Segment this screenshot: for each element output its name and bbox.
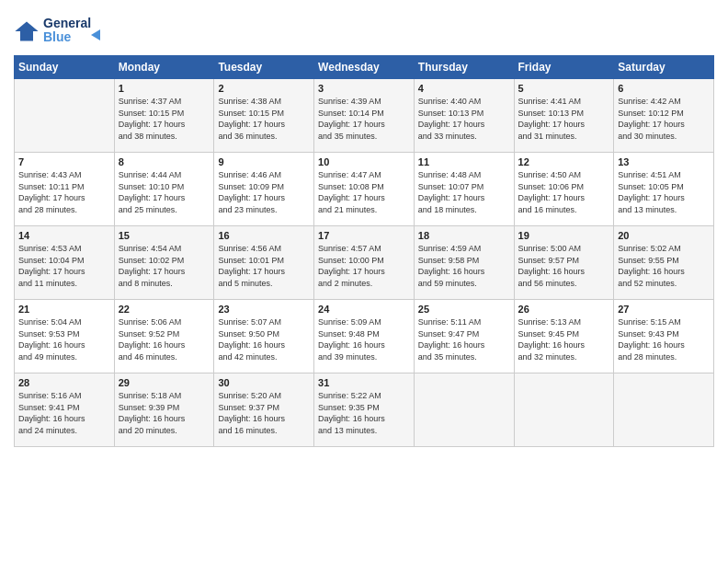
- calendar-cell: 14Sunrise: 4:53 AM Sunset: 10:04 PM Dayl…: [15, 226, 115, 300]
- col-header-thursday: Thursday: [414, 56, 514, 79]
- cell-info: Sunrise: 5:02 AM Sunset: 9:55 PM Dayligh…: [618, 243, 710, 289]
- day-number: 12: [518, 156, 610, 167]
- calendar-cell: 5Sunrise: 4:41 AM Sunset: 10:13 PM Dayli…: [514, 79, 614, 153]
- cell-info: Sunrise: 4:43 AM Sunset: 10:11 PM Daylig…: [18, 169, 110, 215]
- cell-info: Sunrise: 4:42 AM Sunset: 10:12 PM Daylig…: [618, 96, 710, 142]
- day-number: 6: [618, 83, 710, 94]
- col-header-saturday: Saturday: [614, 56, 714, 79]
- cell-info: Sunrise: 4:51 AM Sunset: 10:05 PM Daylig…: [618, 169, 710, 215]
- day-number: 13: [618, 156, 710, 167]
- calendar-cell: 31Sunrise: 5:22 AM Sunset: 9:35 PM Dayli…: [314, 373, 415, 447]
- calendar-cell: 21Sunrise: 5:04 AM Sunset: 9:53 PM Dayli…: [15, 300, 115, 373]
- calendar-cell: 20Sunrise: 5:02 AM Sunset: 9:55 PM Dayli…: [614, 226, 714, 300]
- week-row-1: 1Sunrise: 4:37 AM Sunset: 10:15 PM Dayli…: [15, 79, 714, 153]
- calendar-cell: 28Sunrise: 5:16 AM Sunset: 9:41 PM Dayli…: [15, 373, 115, 447]
- cell-info: Sunrise: 5:11 AM Sunset: 9:47 PM Dayligh…: [418, 316, 510, 362]
- calendar-cell: 25Sunrise: 5:11 AM Sunset: 9:47 PM Dayli…: [414, 300, 514, 373]
- cell-info: Sunrise: 5:13 AM Sunset: 9:45 PM Dayligh…: [518, 316, 610, 362]
- day-number: 27: [618, 304, 710, 315]
- cell-info: Sunrise: 4:53 AM Sunset: 10:04 PM Daylig…: [18, 243, 110, 289]
- day-number: 24: [318, 304, 410, 315]
- day-number: 9: [218, 156, 310, 167]
- day-number: 15: [119, 230, 210, 241]
- day-number: 19: [518, 230, 610, 241]
- day-number: 7: [18, 156, 110, 167]
- calendar-cell: 10Sunrise: 4:47 AM Sunset: 10:08 PM Dayl…: [314, 153, 415, 226]
- cell-info: Sunrise: 4:50 AM Sunset: 10:06 PM Daylig…: [518, 169, 610, 215]
- day-number: 4: [418, 83, 510, 94]
- col-header-friday: Friday: [514, 56, 614, 79]
- day-number: 8: [119, 156, 210, 167]
- calendar-cell: 15Sunrise: 4:54 AM Sunset: 10:02 PM Dayl…: [114, 226, 214, 300]
- cell-info: Sunrise: 5:16 AM Sunset: 9:41 PM Dayligh…: [18, 390, 110, 436]
- col-header-monday: Monday: [114, 56, 214, 79]
- calendar-cell: 16Sunrise: 4:56 AM Sunset: 10:01 PM Dayl…: [214, 226, 314, 300]
- cell-info: Sunrise: 4:39 AM Sunset: 10:14 PM Daylig…: [318, 96, 410, 142]
- calendar-cell: 1Sunrise: 4:37 AM Sunset: 10:15 PM Dayli…: [114, 79, 214, 153]
- day-number: 31: [318, 377, 410, 388]
- day-number: 26: [518, 304, 610, 315]
- day-number: 28: [18, 377, 110, 388]
- cell-info: Sunrise: 4:38 AM Sunset: 10:15 PM Daylig…: [218, 96, 310, 142]
- day-number: 30: [218, 377, 310, 388]
- week-row-5: 28Sunrise: 5:16 AM Sunset: 9:41 PM Dayli…: [15, 373, 714, 447]
- day-number: 5: [518, 83, 610, 94]
- calendar-cell: 24Sunrise: 5:09 AM Sunset: 9:48 PM Dayli…: [314, 300, 415, 373]
- cell-info: Sunrise: 5:04 AM Sunset: 9:53 PM Dayligh…: [18, 316, 110, 362]
- cell-info: Sunrise: 4:46 AM Sunset: 10:09 PM Daylig…: [218, 169, 310, 215]
- cell-info: Sunrise: 4:44 AM Sunset: 10:10 PM Daylig…: [119, 169, 210, 215]
- day-number: 17: [318, 230, 410, 241]
- calendar-cell: [414, 373, 514, 447]
- calendar-cell: 19Sunrise: 5:00 AM Sunset: 9:57 PM Dayli…: [514, 226, 614, 300]
- calendar-cell: 6Sunrise: 4:42 AM Sunset: 10:12 PM Dayli…: [614, 79, 714, 153]
- calendar-cell: 7Sunrise: 4:43 AM Sunset: 10:11 PM Dayli…: [15, 153, 115, 226]
- col-header-tuesday: Tuesday: [214, 56, 314, 79]
- logo-text: General Blue: [43, 13, 108, 50]
- day-number: 18: [418, 230, 510, 241]
- page-container: General Blue SundayMondayTuesdayWednesda…: [0, 0, 728, 456]
- calendar-cell: 2Sunrise: 4:38 AM Sunset: 10:15 PM Dayli…: [214, 79, 314, 153]
- week-row-3: 14Sunrise: 4:53 AM Sunset: 10:04 PM Dayl…: [15, 226, 714, 300]
- calendar-cell: [15, 79, 115, 153]
- day-number: 1: [119, 83, 210, 94]
- calendar-table: SundayMondayTuesdayWednesdayThursdayFrid…: [14, 55, 714, 447]
- cell-info: Sunrise: 4:48 AM Sunset: 10:07 PM Daylig…: [418, 169, 510, 215]
- cell-info: Sunrise: 5:22 AM Sunset: 9:35 PM Dayligh…: [318, 390, 410, 436]
- col-header-sunday: Sunday: [15, 56, 115, 79]
- calendar-cell: 18Sunrise: 4:59 AM Sunset: 9:58 PM Dayli…: [414, 226, 514, 300]
- cell-info: Sunrise: 4:57 AM Sunset: 10:00 PM Daylig…: [318, 243, 410, 289]
- day-number: 11: [418, 156, 510, 167]
- calendar-cell: 27Sunrise: 5:15 AM Sunset: 9:43 PM Dayli…: [614, 300, 714, 373]
- calendar-cell: 4Sunrise: 4:40 AM Sunset: 10:13 PM Dayli…: [414, 79, 514, 153]
- day-number: 16: [218, 230, 310, 241]
- col-header-wednesday: Wednesday: [314, 56, 415, 79]
- calendar-cell: 22Sunrise: 5:06 AM Sunset: 9:52 PM Dayli…: [114, 300, 214, 373]
- week-row-4: 21Sunrise: 5:04 AM Sunset: 9:53 PM Dayli…: [15, 300, 714, 373]
- cell-info: Sunrise: 5:07 AM Sunset: 9:50 PM Dayligh…: [218, 316, 310, 362]
- calendar-cell: 9Sunrise: 4:46 AM Sunset: 10:09 PM Dayli…: [214, 153, 314, 226]
- cell-info: Sunrise: 4:37 AM Sunset: 10:15 PM Daylig…: [119, 96, 210, 142]
- day-number: 2: [218, 83, 310, 94]
- day-number: 23: [218, 304, 310, 315]
- week-row-2: 7Sunrise: 4:43 AM Sunset: 10:11 PM Dayli…: [15, 153, 714, 226]
- logo-icon: [14, 18, 40, 44]
- svg-text:Blue: Blue: [43, 29, 72, 44]
- day-number: 25: [418, 304, 510, 315]
- cell-info: Sunrise: 5:09 AM Sunset: 9:48 PM Dayligh…: [318, 316, 410, 362]
- svg-text:General: General: [43, 16, 91, 30]
- day-number: 20: [618, 230, 710, 241]
- calendar-cell: 11Sunrise: 4:48 AM Sunset: 10:07 PM Dayl…: [414, 153, 514, 226]
- day-number: 29: [119, 377, 210, 388]
- cell-info: Sunrise: 4:56 AM Sunset: 10:01 PM Daylig…: [218, 243, 310, 289]
- header: General Blue: [14, 9, 714, 50]
- cell-info: Sunrise: 4:47 AM Sunset: 10:08 PM Daylig…: [318, 169, 410, 215]
- cell-info: Sunrise: 4:40 AM Sunset: 10:13 PM Daylig…: [418, 96, 510, 142]
- svg-marker-5: [91, 29, 100, 40]
- calendar-cell: 26Sunrise: 5:13 AM Sunset: 9:45 PM Dayli…: [514, 300, 614, 373]
- calendar-cell: 30Sunrise: 5:20 AM Sunset: 9:37 PM Dayli…: [214, 373, 314, 447]
- cell-info: Sunrise: 5:18 AM Sunset: 9:39 PM Dayligh…: [119, 390, 210, 436]
- calendar-header-row: SundayMondayTuesdayWednesdayThursdayFrid…: [15, 56, 714, 79]
- cell-info: Sunrise: 5:06 AM Sunset: 9:52 PM Dayligh…: [119, 316, 210, 362]
- logo: General Blue: [14, 13, 108, 50]
- day-number: 21: [18, 304, 110, 315]
